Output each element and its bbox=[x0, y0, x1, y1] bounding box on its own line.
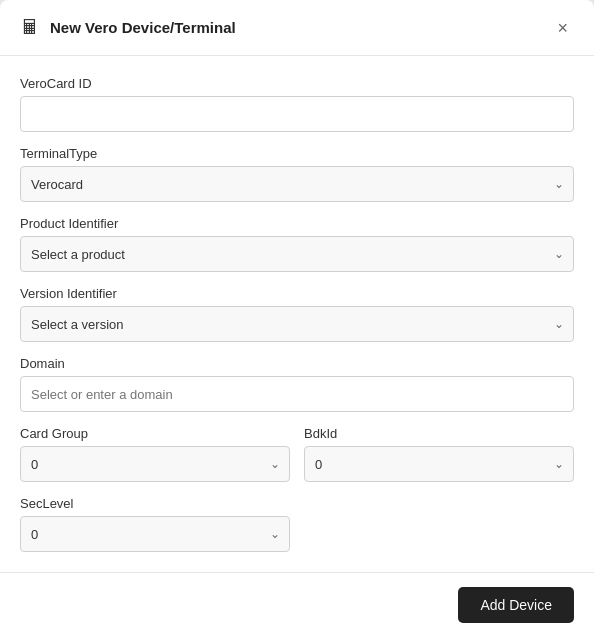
bdkid-label: BdkId bbox=[304, 426, 574, 441]
product-identifier-select[interactable]: Select a product bbox=[20, 236, 574, 272]
card-group-group: Card Group 0 ⌄ bbox=[20, 426, 290, 482]
sec-level-select-wrapper: 0 ⌄ bbox=[20, 516, 290, 552]
bdkid-select[interactable]: 0 bbox=[304, 446, 574, 482]
verocard-id-input[interactable] bbox=[20, 96, 574, 132]
product-identifier-label: Product Identifier bbox=[20, 216, 574, 231]
terminal-type-select[interactable]: Verocard bbox=[20, 166, 574, 202]
sec-level-group: SecLevel 0 ⌄ bbox=[20, 496, 574, 552]
version-identifier-label: Version Identifier bbox=[20, 286, 574, 301]
terminal-type-group: TerminalType Verocard ⌄ bbox=[20, 146, 574, 202]
domain-input[interactable] bbox=[20, 376, 574, 412]
card-group-select[interactable]: 0 bbox=[20, 446, 290, 482]
card-group-bdkid-row: Card Group 0 ⌄ BdkId 0 ⌄ bbox=[20, 426, 574, 482]
version-identifier-select[interactable]: Select a version bbox=[20, 306, 574, 342]
domain-label: Domain bbox=[20, 356, 574, 371]
card-group-select-wrapper: 0 ⌄ bbox=[20, 446, 290, 482]
verocard-id-group: VeroCard ID bbox=[20, 76, 574, 132]
modal-header: 🖩 New Vero Device/Terminal × bbox=[0, 0, 594, 56]
card-group-label: Card Group bbox=[20, 426, 290, 441]
close-button[interactable]: × bbox=[551, 17, 574, 39]
product-identifier-group: Product Identifier Select a product ⌄ bbox=[20, 216, 574, 272]
terminal-type-select-wrapper: Verocard ⌄ bbox=[20, 166, 574, 202]
bdkid-select-wrapper: 0 ⌄ bbox=[304, 446, 574, 482]
modal-title: New Vero Device/Terminal bbox=[50, 19, 541, 36]
add-device-button[interactable]: Add Device bbox=[458, 587, 574, 623]
device-icon: 🖩 bbox=[20, 16, 40, 39]
sec-level-label: SecLevel bbox=[20, 496, 574, 511]
version-identifier-group: Version Identifier Select a version ⌄ bbox=[20, 286, 574, 342]
product-identifier-select-wrapper: Select a product ⌄ bbox=[20, 236, 574, 272]
bdkid-group: BdkId 0 ⌄ bbox=[304, 426, 574, 482]
domain-group: Domain bbox=[20, 356, 574, 412]
new-device-modal: 🖩 New Vero Device/Terminal × VeroCard ID… bbox=[0, 0, 594, 630]
modal-footer: Add Device bbox=[0, 572, 594, 630]
version-identifier-select-wrapper: Select a version ⌄ bbox=[20, 306, 574, 342]
verocard-id-label: VeroCard ID bbox=[20, 76, 574, 91]
modal-body: VeroCard ID TerminalType Verocard ⌄ Prod… bbox=[0, 56, 594, 572]
sec-level-select[interactable]: 0 bbox=[20, 516, 290, 552]
terminal-type-label: TerminalType bbox=[20, 146, 574, 161]
